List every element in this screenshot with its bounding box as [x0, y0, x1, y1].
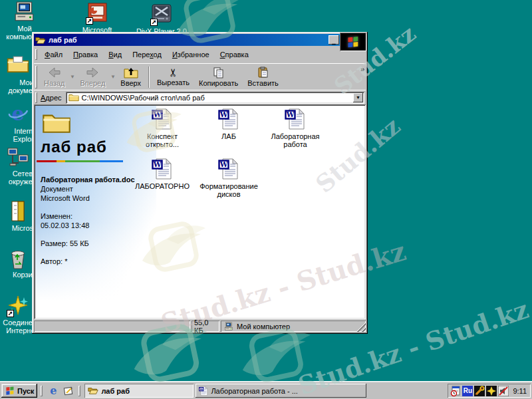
file-type-2: Microsoft Word	[41, 194, 152, 203]
address-label: Адрес	[39, 94, 66, 102]
folder-title: лаб раб	[41, 138, 107, 156]
status-main	[34, 321, 190, 332]
shortcut-arrow-icon: ➚	[7, 310, 14, 317]
size-line: Размер: 55 КБ	[41, 239, 152, 248]
forward-arrow-icon	[86, 66, 99, 78]
address-path: C:\WINDOWS\Рабочий стол\лаб раб	[82, 94, 354, 102]
menu-edit[interactable]: Правка	[68, 49, 103, 61]
word-doc-icon	[199, 386, 208, 396]
menubar-grip[interactable]	[35, 49, 37, 61]
menu-view[interactable]: Вид	[103, 49, 127, 61]
address-input[interactable]: C:\WINDOWS\Рабочий стол\лаб раб ▼	[66, 92, 365, 104]
explorer-window: лаб раб ▁ □ ✕ Файл Правка Вид Переход Из…	[32, 32, 368, 334]
menu-bar: Файл Правка Вид Переход Избранное Справк…	[34, 47, 366, 63]
back-button[interactable]: Назад	[39, 65, 70, 89]
file-item[interactable]: Лабораторная работа	[263, 108, 327, 148]
address-dropdown-button[interactable]: ▼	[353, 93, 363, 102]
taskbar-grip-2[interactable]	[78, 386, 80, 396]
taskbar-grip[interactable]	[41, 386, 43, 396]
menu-go[interactable]: Переход	[127, 49, 167, 61]
cut-button[interactable]: ✂ Вырезать	[152, 65, 194, 89]
divx-player-shortcut-icon: ➚	[150, 3, 173, 26]
resize-grip[interactable]	[357, 323, 366, 332]
folder-icon	[68, 93, 79, 102]
wrench-tray-icon[interactable]	[474, 386, 485, 396]
my-documents-icon	[7, 55, 29, 77]
taskbar-clock[interactable]: 9:11	[513, 387, 527, 395]
taskbar: Пуск e лаб раб Лабораторная работа - ...	[0, 382, 532, 399]
start-button[interactable]: Пуск	[1, 384, 37, 398]
window-folder-icon	[35, 36, 46, 45]
toolbar: Назад ▼ Вперед ▼ Вверх ✂ Вырезать	[34, 63, 366, 90]
file-item[interactable]: Конспект открыто...	[130, 108, 194, 148]
internet-connection-icon: ➚	[7, 295, 29, 317]
word-doc-icon	[285, 108, 306, 130]
status-zone: Мой компьютер	[221, 321, 366, 332]
word-doc-icon	[152, 108, 173, 130]
window-title: лаб раб	[49, 36, 327, 44]
menu-help[interactable]: Справка	[215, 49, 254, 61]
accent-rule	[37, 160, 123, 162]
shortcut-arrow-icon: ➚	[86, 17, 93, 25]
system-tray: Ru	[448, 384, 531, 398]
copy-icon	[213, 66, 225, 78]
my-computer-icon	[13, 1, 36, 23]
windows-logo-throbber	[340, 33, 366, 51]
forward-dropdown[interactable]: ▼	[110, 65, 116, 89]
address-bar: Адрес C:\WINDOWS\Рабочий стол\лаб раб ▼	[34, 90, 366, 104]
modified-value: 05.02.03 13:48	[41, 221, 152, 230]
status-size: 55,0 КБ	[192, 321, 219, 332]
windows-flag-icon	[5, 386, 15, 396]
language-indicator[interactable]: Ru	[462, 386, 473, 396]
copy-button[interactable]: Копировать	[194, 65, 243, 89]
word-doc-icon	[218, 158, 239, 180]
my-computer-small-icon	[223, 322, 234, 331]
modified-label: Изменен:	[41, 211, 152, 221]
powerpoint-shortcut-icon: ➚	[86, 2, 108, 25]
internet-explorer-icon: e	[7, 103, 29, 126]
muted-device-tray-icon[interactable]	[498, 386, 509, 396]
shortcut-arrow-icon: ➚	[150, 19, 158, 26]
menu-favorites[interactable]: Избранное	[167, 49, 215, 61]
toolbar-grip[interactable]	[35, 66, 37, 88]
scissors-icon: ✂	[168, 68, 179, 76]
word-doc-icon	[218, 108, 239, 130]
folder-content: лаб раб Лабораторная работа.doc Документ…	[34, 104, 366, 319]
paste-icon	[257, 66, 269, 78]
toolbar-separator	[148, 66, 150, 88]
desktop-icon-divx-player[interactable]: ➚ DivX Player 2.0	[136, 3, 187, 35]
status-bar: 55,0 КБ Мой компьютер	[34, 321, 366, 332]
author-line: Автор: *	[41, 257, 152, 266]
taskbar-button-folder[interactable]: лаб раб	[84, 384, 194, 398]
taskbar-button-word[interactable]: Лабораторная работа - ...	[196, 384, 366, 398]
up-button[interactable]: Вверх	[116, 65, 146, 89]
file-item[interactable]: ЛАБ	[197, 108, 261, 140]
forward-button[interactable]: Вперед	[76, 65, 110, 89]
watermark-bird-logo	[219, 327, 326, 384]
back-dropdown[interactable]: ▼	[70, 65, 76, 89]
folder-large-icon	[42, 111, 71, 134]
minimize-button[interactable]: ▁	[329, 35, 339, 45]
network-neighborhood-icon	[7, 146, 29, 168]
recycle-bin-icon	[7, 247, 29, 269]
star-tray-icon[interactable]	[486, 386, 497, 396]
menu-file[interactable]: Файл	[39, 49, 68, 61]
back-arrow-icon	[48, 66, 61, 78]
up-folder-icon	[124, 66, 138, 78]
title-bar[interactable]: лаб раб ▁ □ ✕	[34, 34, 366, 46]
task-scheduler-icon[interactable]	[450, 386, 461, 396]
toolbar-chevron[interactable]: »	[360, 65, 364, 73]
word-doc-icon	[152, 158, 173, 180]
open-folder-icon	[88, 386, 98, 395]
paste-button[interactable]: Вставить	[243, 65, 283, 89]
svg-text:e: e	[11, 103, 24, 125]
desktop: W	[0, 0, 532, 399]
desktop-icon-microsoft-powerpoint[interactable]: ➚ Microsoft	[72, 2, 122, 34]
addressbar-grip[interactable]	[35, 92, 37, 103]
file-item[interactable]: Форматирование дисков	[197, 158, 261, 198]
quicklaunch-ie-icon[interactable]: e	[47, 384, 60, 398]
microsoft-app-icon	[7, 200, 29, 223]
quicklaunch-show-desktop-icon[interactable]	[62, 384, 75, 398]
file-item[interactable]: ЛАБОРАТОРНО	[130, 158, 194, 190]
